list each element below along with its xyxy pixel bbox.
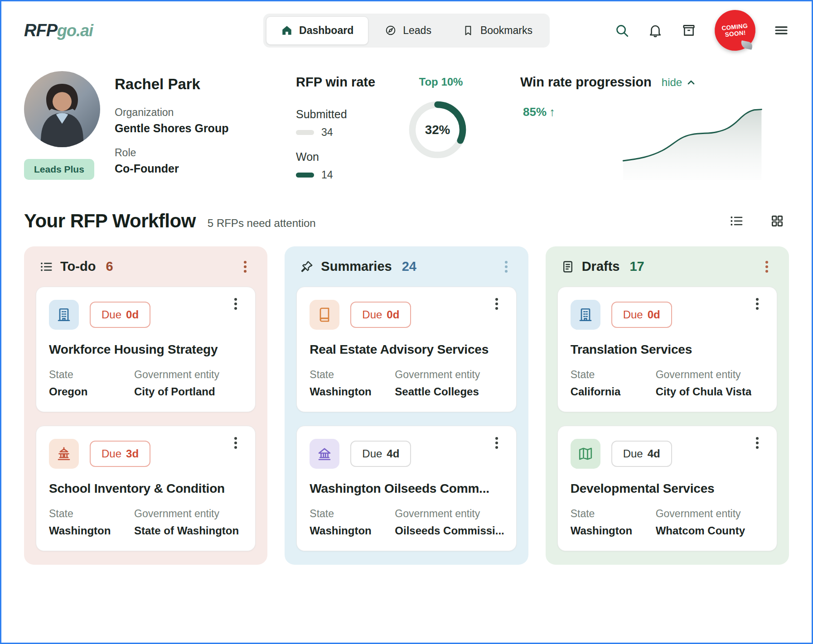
building-icon: [56, 307, 72, 323]
role-label: Role: [115, 147, 228, 159]
todo-list-icon: [39, 260, 53, 274]
due-badge: Due 0d: [90, 302, 150, 328]
brand-logo[interactable]: RFPgo.ai: [24, 21, 263, 40]
card-title: Developmental Services: [571, 481, 764, 496]
card-menu-button[interactable]: [750, 437, 764, 449]
card-menu-button[interactable]: [229, 437, 242, 449]
card-title: Washington Oilseeds Comm...: [310, 481, 503, 496]
due-value: 4d: [387, 447, 399, 460]
workflow-subtitle: 5 RFPs need attention: [208, 212, 316, 230]
entity-label: Government entity: [134, 508, 239, 520]
book-icon: [316, 307, 333, 323]
top-actions: COMING SOON!: [550, 10, 789, 51]
win-rate-panel: RFP win rate Top 10% Submitted 34 Won 14: [296, 71, 477, 193]
menu-button[interactable]: [774, 23, 789, 38]
column-summaries-menu-button[interactable]: [499, 261, 513, 273]
workflow-title: Your RFP Workflow: [24, 210, 196, 232]
card-menu-button[interactable]: [750, 298, 764, 310]
card-menu-button[interactable]: [229, 298, 242, 310]
grid-view-icon: [770, 214, 784, 228]
progression-panel: Win rate progression hide 85% ↑: [477, 71, 789, 193]
top-nav: RFPgo.ai Dashboard Leads Bookmarks: [24, 1, 789, 59]
rfp-card[interactable]: Due 0d Real Estate Advisory Services Sta…: [296, 287, 516, 412]
won-value: 14: [321, 169, 333, 181]
entity-value: City of Portland: [134, 385, 219, 398]
progression-delta: 85% ↑: [523, 105, 555, 119]
state-label: State: [49, 508, 134, 520]
card-title: Workforce Housing Strategy: [49, 342, 242, 357]
kebab-icon: [244, 265, 247, 268]
profile-card: Leads Plus Rachel Park Organization Gent…: [24, 71, 296, 193]
brand-logo-rfp: RFP: [24, 21, 57, 40]
progression-title: Win rate progression: [520, 71, 652, 90]
up-arrow: ↑: [549, 105, 555, 119]
capitol-icon: [56, 446, 72, 462]
tab-bookmarks[interactable]: Bookmarks: [448, 16, 547, 45]
card-menu-button[interactable]: [490, 298, 503, 310]
card-menu-button[interactable]: [490, 437, 503, 449]
list-view-icon: [729, 214, 744, 228]
state-value: Washington: [310, 385, 395, 398]
avatar: [24, 71, 100, 147]
bookmark-icon: [462, 24, 474, 36]
column-drafts-menu-button[interactable]: [760, 261, 774, 273]
state-label: State: [310, 369, 395, 381]
due-label: Due: [362, 308, 382, 321]
due-badge: Due 3d: [90, 441, 150, 467]
column-todo: To-do 6 Due 0d Workforce Housing Strateg…: [24, 246, 267, 565]
stats-row: Leads Plus Rachel Park Organization Gent…: [24, 71, 789, 193]
due-value: 0d: [387, 308, 399, 321]
kebab-icon: [756, 442, 759, 444]
entity-label: Government entity: [656, 508, 745, 520]
due-label: Due: [102, 447, 121, 460]
search-icon: [614, 23, 629, 38]
notifications-button[interactable]: [648, 23, 663, 38]
submitted-value: 34: [321, 126, 333, 139]
win-rate-donut-chart: 32%: [405, 97, 470, 163]
kebab-icon: [495, 303, 498, 305]
search-button[interactable]: [614, 23, 629, 38]
column-todo-count: 6: [106, 259, 113, 274]
due-label: Due: [623, 447, 643, 460]
state-value: California: [571, 385, 656, 398]
donut-center-percent: 32%: [425, 123, 450, 137]
hide-progression-button[interactable]: hide: [662, 72, 697, 89]
grid-view-button[interactable]: [770, 214, 784, 228]
kebab-icon: [505, 265, 508, 268]
due-value: 0d: [648, 308, 660, 321]
column-summaries-count: 24: [402, 259, 416, 274]
kebab-icon: [495, 442, 498, 444]
due-badge: Due 0d: [350, 302, 411, 328]
entity-value: Oilseeds Commissi...: [395, 524, 504, 537]
state-label: State: [310, 508, 395, 520]
primary-tabs: Dashboard Leads Bookmarks: [263, 14, 550, 48]
rfp-card[interactable]: Due 0d Translation Services State Califo…: [557, 287, 777, 412]
column-drafts-title: Drafts: [582, 259, 620, 274]
state-value: Oregon: [49, 385, 134, 398]
tab-dashboard[interactable]: Dashboard: [266, 16, 368, 45]
home-icon: [281, 24, 293, 36]
state-label: State: [49, 369, 134, 381]
entity-value: Whatcom County: [656, 524, 745, 537]
workflow-header: Your RFP Workflow 5 RFPs need attention: [24, 210, 789, 232]
column-todo-menu-button[interactable]: [238, 261, 252, 273]
card-title: Translation Services: [571, 342, 764, 357]
kebab-icon: [756, 303, 759, 305]
rfp-card[interactable]: Due 0d Workforce Housing Strategy State …: [36, 287, 256, 412]
rfp-card[interactable]: Due 3d School Inventory & Condition Stat…: [36, 426, 256, 551]
list-view-button[interactable]: [729, 214, 744, 228]
pushpin-icon: [300, 260, 314, 274]
archive-button[interactable]: [681, 23, 697, 38]
entity-value: Seattle Colleges: [395, 385, 480, 398]
chevron-up-icon: [686, 77, 697, 88]
entity-label: Government entity: [395, 369, 480, 381]
rfp-card[interactable]: Due 4d Washington Oilseeds Comm... State…: [296, 426, 516, 551]
due-value: 3d: [126, 447, 139, 460]
rfp-card[interactable]: Due 4d Developmental Services State Wash…: [557, 426, 777, 551]
tab-leads[interactable]: Leads: [370, 16, 446, 45]
coming-soon-badge[interactable]: COMING SOON!: [713, 8, 758, 53]
compass-icon: [385, 24, 397, 36]
workflow-board: To-do 6 Due 0d Workforce Housing Strateg…: [24, 246, 789, 565]
column-summaries: Summaries 24 Due 0d Real Estate Advisory…: [285, 246, 528, 565]
kebab-icon: [234, 303, 237, 305]
